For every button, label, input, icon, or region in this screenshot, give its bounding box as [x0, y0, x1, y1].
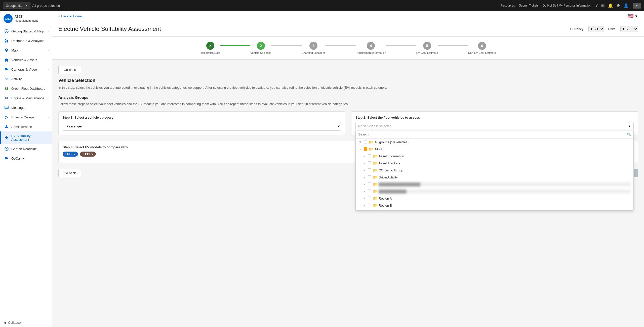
step-6: 6 Non-EV Cost Estimate: [468, 42, 496, 54]
vehicle-category-select[interactable]: Passenger Light Truck Medium Duty: [63, 122, 341, 131]
tree-item-asset-information[interactable]: › 📁 Asset Information: [356, 153, 633, 160]
help-icon[interactable]: ?: [595, 3, 598, 8]
sidebar-item-getting-started[interactable]: ? Getting Started & Help ›: [0, 26, 52, 36]
ev-icon: [4, 135, 9, 140]
tree-item-blurred-1[interactable]: › 📁 ██████████████████: [356, 181, 633, 188]
sidebar-item-vehicles[interactable]: Vehicles & Assets: [0, 55, 52, 65]
svg-marker-25: [7, 157, 8, 159]
blurred2-expand-icon[interactable]: ›: [362, 190, 366, 193]
co-demo-folder-icon: 📁: [373, 168, 377, 172]
region-b-expand-icon[interactable]: ›: [362, 204, 366, 207]
phev-badge[interactable]: 2 PHEV: [80, 152, 96, 157]
sidebar-item-engine[interactable]: Engine & Maintenance ›: [0, 93, 52, 103]
sidebar-item-ev-suitability[interactable]: EV Suitability Assessment: [0, 131, 52, 144]
step-line-4-5: [386, 45, 416, 46]
step-2-label: Vehicle Selection: [250, 51, 271, 54]
region-a-label: Region A: [379, 197, 631, 200]
driver-activity-folder-icon: 📁: [373, 175, 377, 179]
sidebar-item-dashboard[interactable]: Dashboard & Analytics ›: [0, 36, 52, 45]
go-back-top-button[interactable]: Go back: [58, 66, 81, 74]
submit-tickets-link[interactable]: Submit Tickets: [519, 4, 539, 7]
tree-item-asset-trackers[interactable]: › 📁 Asset Trackers: [356, 160, 633, 167]
top-bar-icons: ? ✉ 🔔 ⚙ 👤: [595, 3, 629, 8]
tree-item-region-a[interactable]: › 📁 Region A: [356, 195, 633, 202]
groups-filter-button[interactable]: Groups filter ▼: [3, 3, 30, 9]
all-groups-checkbox[interactable]: [364, 140, 367, 144]
settings-icon[interactable]: ⚙: [617, 3, 620, 8]
bev-badge[interactable]: 14 BEV: [63, 152, 78, 157]
sidebar-item-cameras[interactable]: Cameras & Video ›: [0, 65, 52, 74]
sidebar-item-geotab-roadside[interactable]: Geotab Roadside: [0, 144, 52, 154]
tree-item-co-demo[interactable]: › 📁 CO Demo Group: [356, 167, 633, 174]
region-a-expand-icon[interactable]: ›: [362, 197, 366, 200]
att-expand-icon[interactable]: ›: [358, 148, 362, 151]
co-demo-expand-icon[interactable]: ›: [362, 169, 366, 172]
do-not-sell-link[interactable]: Do Not Sell My Personal Information: [543, 4, 591, 7]
tree-item-blurred-2[interactable]: › 📁 ████████████: [356, 188, 633, 195]
blurred1-expand-icon[interactable]: ›: [362, 183, 366, 186]
region-a-checkbox[interactable]: [368, 197, 371, 200]
tree-item-driver-activity[interactable]: › 📁 DriverActivity: [356, 174, 633, 181]
resources-link[interactable]: Resources: [500, 4, 515, 7]
bell-icon[interactable]: 🔔: [608, 3, 613, 8]
vehicle-select-input[interactable]: No vehicles is selected ▲: [355, 122, 634, 130]
sidebar-item-gocam[interactable]: GoCam+: [0, 154, 52, 163]
step-5-label: EV Cost Estimate: [416, 51, 438, 54]
sidebar-nav: ? Getting Started & Help › Dashboard & A…: [0, 26, 52, 163]
driver-activity-expand-icon[interactable]: ›: [362, 176, 366, 179]
blurred1-checkbox[interactable]: [368, 182, 371, 186]
svg-rect-5: [7, 40, 8, 42]
units-label: Units:: [608, 27, 616, 31]
svg-rect-7: [5, 59, 8, 61]
page-header: Electric Vehicle Suitability Assessment …: [52, 21, 644, 37]
asset-trackers-expand-icon[interactable]: ›: [362, 162, 366, 165]
svg-point-19: [5, 118, 6, 119]
att-checkbox-partial[interactable]: [364, 147, 367, 151]
units-select[interactable]: US Metric: [620, 26, 638, 32]
user-icon[interactable]: 👤: [624, 3, 629, 8]
sidebar-item-messages[interactable]: Messages: [0, 103, 52, 112]
chevron-right-icon: ›: [48, 49, 49, 52]
step-6-circle: 6: [478, 42, 486, 50]
driver-activity-checkbox[interactable]: [368, 175, 371, 179]
go-back-bottom-button[interactable]: Go back: [58, 169, 81, 177]
vehicle-search-input[interactable]: [358, 132, 627, 136]
tree-item-region-c[interactable]: › 📁 Region C: [356, 209, 633, 211]
step-5: 5 EV Cost Estimate: [416, 42, 438, 54]
co-demo-label: CO Demo Group: [379, 168, 631, 172]
sidebar-item-activity[interactable]: Activity ›: [0, 74, 52, 84]
tree-item-region-b[interactable]: › 📁 Region B: [356, 202, 633, 209]
svg-point-17: [5, 116, 6, 117]
svg-rect-4: [5, 41, 6, 42]
asset-trackers-checkbox[interactable]: [368, 161, 371, 165]
collapse-button[interactable]: ◀ Collapse: [0, 318, 52, 327]
asset-info-expand-icon[interactable]: ›: [362, 155, 366, 158]
step-4: 4 Procurement Information: [356, 42, 386, 54]
chevron-right-icon: ›: [48, 39, 49, 42]
search-icon: 🔍: [627, 132, 631, 136]
step-3-circle: 3: [309, 42, 317, 50]
co-demo-checkbox[interactable]: [368, 168, 371, 172]
flag-dropdown-icon[interactable]: ▼: [635, 14, 638, 18]
sidebar-item-administration[interactable]: Administration ›: [0, 122, 52, 131]
currency-select[interactable]: USD EUR: [588, 26, 604, 32]
tree-item-att[interactable]: › 📁 AT&T: [356, 146, 633, 153]
region-b-checkbox[interactable]: [368, 204, 371, 207]
back-to-home-link[interactable]: < Back to Home: [58, 14, 82, 18]
step-1-label: Telematics Data: [200, 51, 220, 54]
camera-icon: [4, 67, 9, 72]
blurred1-label: ██████████████████: [379, 182, 631, 186]
sidebar-item-map[interactable]: Map ›: [0, 45, 52, 55]
step-4-circle: 4: [367, 42, 375, 50]
sidebar-item-green-fleet[interactable]: Green Fleet Dashboard: [0, 84, 52, 93]
svg-text:AT&T: AT&T: [5, 18, 11, 20]
tree-item-all-groups[interactable]: ▼ 📁 All groups (18 vehicles): [356, 138, 633, 146]
user-menu-button[interactable]: ▼: [633, 3, 641, 9]
asset-info-checkbox[interactable]: [368, 154, 371, 158]
all-groups-text: All groups selected: [32, 4, 60, 8]
blurred2-checkbox[interactable]: [368, 190, 371, 193]
sidebar-item-rules[interactable]: Rules & Groups ›: [0, 112, 52, 122]
back-bar: < Back to Home 🇺🇸 ▼: [52, 11, 644, 21]
all-groups-expand-icon[interactable]: ▼: [358, 141, 362, 144]
mail-icon[interactable]: ✉: [601, 3, 605, 8]
